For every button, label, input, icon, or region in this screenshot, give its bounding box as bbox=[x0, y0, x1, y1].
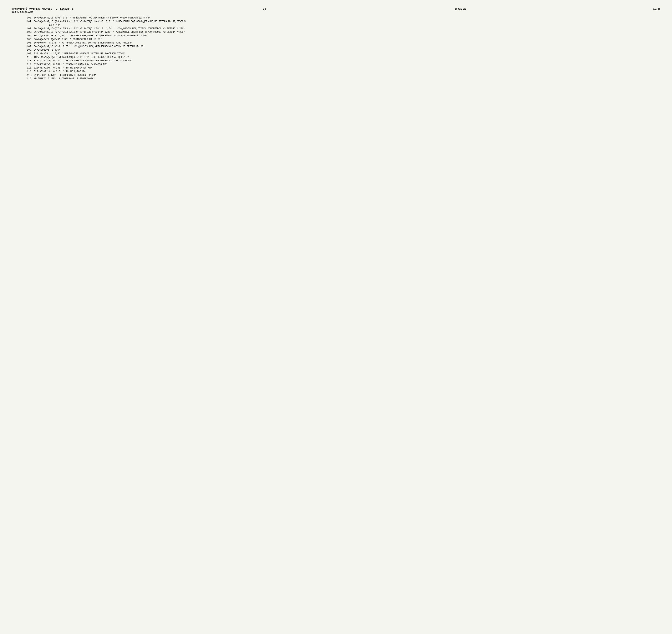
list-item: 108. Е6=263#31=5' 174,5* bbox=[27, 48, 661, 52]
list-item: 103. Е6=30(А2=32,16+(27,4=25,8).1,02#)#3… bbox=[27, 30, 661, 34]
list-item: 102. Е6=30(А2=32,16+(27.4=25,8).1,02#)#3… bbox=[27, 27, 661, 31]
document-container: ПРОГРАММНЫЙ КОМПЛЕКС АВС=3ЕС С РЕДАКЦИЯ … bbox=[11, 8, 661, 81]
list-item: 112. Е22=362#22=5' 0,032' ' СТАЛЬНЫЕ САЛ… bbox=[27, 63, 661, 66]
list-item: 100. Е6=30(А2=32,16)#3=1' 0,3' ' ФУНДАМЕ… bbox=[27, 16, 661, 20]
edition-label: С РЕДАКЦИЯ 5. bbox=[56, 8, 75, 10]
number2: 10745 bbox=[653, 8, 661, 10]
list-item: 101. Е6=30(А2=32,16+(26,6=25,8).1,02#)#3… bbox=[27, 20, 661, 23]
program-label: ПРОГРАММНЫЙ КОМПЛЕКС АВС=3ЕС bbox=[11, 8, 52, 10]
list-item: 115. С111=283' 144,9' ' СТОИМОСТЬ ПЕНЬКО… bbox=[27, 73, 661, 77]
header-line1: ПРОГРАММНЫЙ КОМПЛЕКС АВС=3ЕС С РЕДАКЦИЯ … bbox=[11, 8, 661, 10]
list-item: 110. ТПР=Т19=15(=1)#П.1=004#СССЛЦ5#Т.11'… bbox=[27, 56, 661, 59]
list-item: 113. Е22=363#22=6' 0,231' ' ТО ЖЕ,Д=350=… bbox=[27, 66, 661, 70]
list-item: 114. Е22=363#22=6' 0,218' ' ТО ЖЕ,Д=700 … bbox=[27, 70, 661, 73]
list-item: 111. Е22=363#22=6' 0,135' ' МЕТАЛЛИЧЕСКИ… bbox=[27, 59, 661, 63]
list-item: 109. Е34=304#55=1' 27,5' ' ПЕРЕКРЫТИЕ КА… bbox=[27, 52, 661, 56]
list-item: 105. Е6=74(А2=27,3)#8=3' 6,36' ' ДОБАВЛЯ… bbox=[27, 38, 661, 41]
list-item: 106. Е6=80#9=4' 0,035' ' УСТАНОВКА АНКЕР… bbox=[27, 41, 661, 45]
content-area: 100. Е6=30(А2=32,16)#3=1' 0,3' ' ФУНДАМЕ… bbox=[27, 16, 661, 81]
list-item: 107. Е6=30(А2=32,16)#3=1' 0,65' ' ФУНДАМ… bbox=[27, 45, 661, 48]
header-left: ПРОГРАММНЫЙ КОМПЛЕКС АВС=3ЕС С РЕДАКЦИЯ … bbox=[11, 8, 75, 10]
doc-number: 16901-22 bbox=[455, 8, 466, 10]
list-item: 116. КВ.ТЫШКО' А.ШВЕЦ' Ф.ЮЗОВИЦКАЯ' Т.ЗЛ… bbox=[27, 77, 661, 81]
list-item: ДО 5 М3* bbox=[27, 23, 661, 27]
list-item: 104. Е6=73(А2=66)#8=2' 6,36' ' ПОДЛИВКА … bbox=[27, 34, 661, 38]
header-subtitle: 902-1-54(XVI.84) bbox=[11, 11, 661, 14]
page-number: -23- bbox=[262, 8, 267, 10]
